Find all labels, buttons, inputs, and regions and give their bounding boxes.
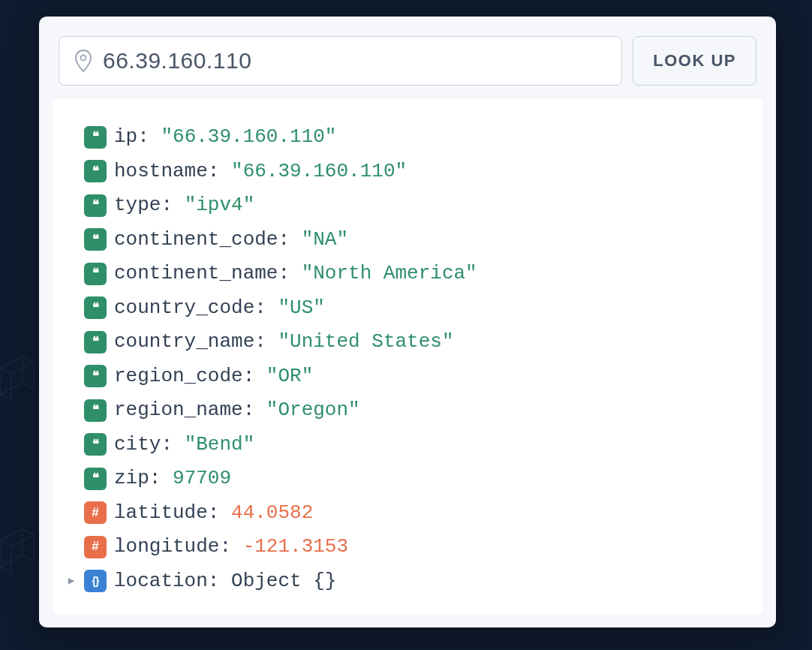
result-entry: latitude: 44.0582	[114, 496, 313, 531]
result-entry: region_code: "OR"	[114, 360, 313, 394]
result-row-hostname: ❝hostname: "66.39.160.110"	[66, 155, 762, 189]
result-value: "North America"	[302, 262, 477, 284]
result-value: "Bend"	[185, 433, 255, 456]
number-type-icon: #	[84, 536, 107, 558]
result-value: -121.3153	[243, 535, 348, 558]
result-value: "NA"	[302, 228, 348, 251]
result-value: "Oregon"	[266, 399, 360, 421]
result-value: Object {}	[231, 570, 336, 592]
location-pin-icon	[74, 50, 92, 72]
result-key: city	[114, 433, 161, 456]
result-key: zip	[114, 467, 149, 489]
string-type-icon: ❝	[84, 365, 107, 387]
result-entry: continent_code: "NA"	[114, 223, 348, 257]
result-row-zip: ❝zip: 97709	[66, 462, 762, 496]
number-type-icon: #	[84, 501, 107, 524]
result-row-longitude: #longitude: -121.3153	[66, 530, 762, 564]
result-row-ip: ❝ip: "66.39.160.110"	[66, 120, 762, 155]
result-row-city: ❝city: "Bend"	[66, 428, 762, 462]
search-box[interactable]	[59, 36, 622, 86]
string-type-icon: ❝	[84, 296, 107, 319]
result-key: hostname	[114, 160, 208, 182]
result-value: "United States"	[278, 330, 453, 353]
string-type-icon: ❝	[84, 194, 107, 217]
result-row-country_code: ❝country_code: "US"	[66, 291, 762, 326]
result-row-type: ❝type: "ipv4"	[66, 188, 762, 223]
results-tree[interactable]: ❝ip: "66.39.160.110"❝hostname: "66.39.16…	[53, 99, 762, 614]
result-key: region_name	[114, 399, 243, 421]
object-type-icon: {}	[84, 570, 107, 592]
result-row-region_name: ❝region_name: "Oregon"	[66, 393, 762, 428]
lookup-button[interactable]: LOOK UP	[633, 36, 756, 86]
ip-search-input[interactable]	[103, 48, 606, 74]
search-row: LOOK UP	[39, 17, 776, 99]
background-decoration	[0, 0, 45, 650]
result-row-location[interactable]: ▶{}location: Object {}	[66, 564, 762, 599]
result-entry: hostname: "66.39.160.110"	[114, 155, 407, 189]
expand-arrow-icon[interactable]: ▶	[66, 572, 77, 591]
string-type-icon: ❝	[84, 126, 107, 149]
lookup-panel: LOOK UP ❝ip: "66.39.160.110"❝hostname: "…	[39, 17, 776, 627]
string-type-icon: ❝	[84, 331, 107, 354]
result-value: "OR"	[266, 365, 313, 387]
result-entry: city: "Bend"	[114, 428, 254, 462]
result-row-latitude: #latitude: 44.0582	[66, 496, 762, 531]
result-entry: region_name: "Oregon"	[114, 393, 360, 428]
result-entry: location: Object {}	[114, 564, 336, 599]
result-entry: ip: "66.39.160.110"	[114, 120, 336, 155]
result-key: continent_name	[114, 262, 278, 284]
string-type-icon: ❝	[84, 433, 107, 456]
result-entry: type: "ipv4"	[114, 188, 254, 223]
result-value: 44.0582	[231, 501, 313, 524]
result-entry: longitude: -121.3153	[114, 530, 348, 564]
result-value: "US"	[278, 296, 324, 319]
result-entry: zip: 97709	[114, 462, 231, 496]
result-key: location	[114, 570, 208, 592]
result-row-continent_code: ❝continent_code: "NA"	[66, 223, 762, 257]
result-key: region_code	[114, 365, 243, 387]
result-value: "66.39.160.110"	[231, 160, 407, 182]
result-key: continent_code	[114, 228, 278, 251]
result-row-region_code: ❝region_code: "OR"	[66, 360, 762, 394]
result-entry: country_code: "US"	[114, 291, 325, 326]
result-entry: country_name: "United States"	[114, 325, 454, 360]
string-type-icon: ❝	[84, 468, 107, 490]
result-key: latitude	[114, 501, 208, 524]
result-value: 97709	[173, 467, 231, 489]
string-type-icon: ❝	[84, 160, 107, 182]
result-value: "66.39.160.110"	[161, 125, 336, 148]
string-type-icon: ❝	[84, 263, 107, 285]
string-type-icon: ❝	[84, 228, 107, 251]
result-row-continent_name: ❝continent_name: "North America"	[66, 257, 762, 291]
result-key: type	[114, 194, 161, 216]
result-key: country_code	[114, 296, 254, 319]
result-entry: continent_name: "North America"	[114, 257, 477, 291]
result-row-country_name: ❝country_name: "United States"	[66, 325, 762, 360]
result-value: "ipv4"	[185, 194, 255, 216]
svg-point-0	[81, 56, 86, 61]
result-key: longitude	[114, 535, 219, 558]
string-type-icon: ❝	[84, 399, 107, 422]
result-key: country_name	[114, 330, 254, 353]
result-key: ip	[114, 125, 137, 148]
